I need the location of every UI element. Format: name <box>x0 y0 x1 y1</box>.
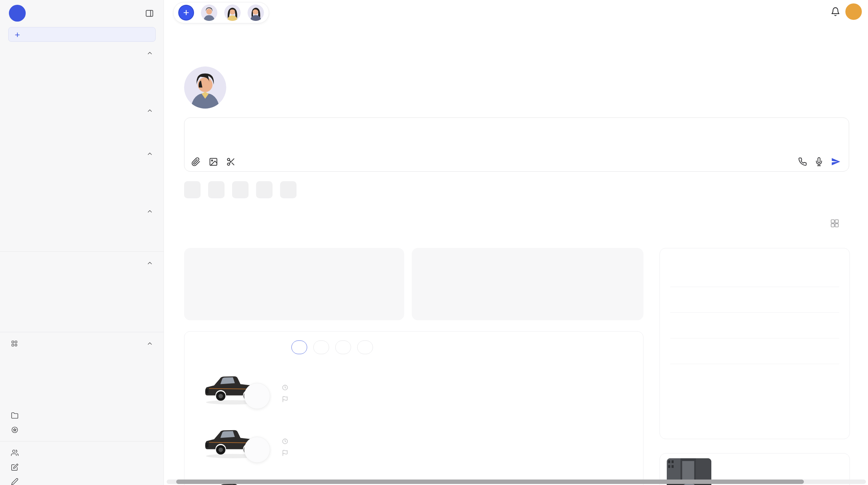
sidebar-item[interactable] <box>0 75 164 89</box>
microphone-icon[interactable] <box>815 157 823 166</box>
apps-grid-icon <box>11 340 18 347</box>
schedule-event <box>670 347 839 364</box>
chevron-up-icon[interactable] <box>146 107 153 114</box>
folder-icon <box>11 412 19 419</box>
project-row[interactable] <box>184 422 643 476</box>
chevron-up-icon[interactable] <box>146 50 153 57</box>
project-owner-badge <box>244 437 270 463</box>
project-owner-badge <box>244 383 270 409</box>
attachment-icon[interactable] <box>191 157 201 166</box>
stat-in-progress <box>417 261 472 269</box>
tab-model-year[interactable] <box>335 340 351 354</box>
pen-icon <box>11 478 19 485</box>
horizontal-scrollbar-track <box>167 480 866 484</box>
sidebar-item[interactable] <box>0 60 164 75</box>
suggestion-chip[interactable] <box>184 181 201 198</box>
sidebar-item-ai-super-staff[interactable] <box>0 446 164 460</box>
stat-ai-pre-review <box>472 261 528 269</box>
sidebar-item[interactable] <box>0 118 164 132</box>
chevron-up-icon[interactable] <box>146 340 153 347</box>
sidebar-item[interactable] <box>0 233 164 247</box>
teammate-avatar[interactable] <box>224 4 241 21</box>
tab-new-platform[interactable] <box>291 340 307 354</box>
quick-access-bar: + <box>173 2 269 23</box>
daily-brief-header <box>184 216 849 230</box>
scissors-icon[interactable] <box>226 157 236 166</box>
section-header-recent[interactable] <box>0 256 164 270</box>
sidebar-item[interactable] <box>0 175 164 190</box>
sidebar-header <box>0 0 164 22</box>
sidebar-collapse-icon[interactable] <box>145 9 154 18</box>
people-icon <box>11 449 19 457</box>
horizontal-scrollbar-thumb[interactable] <box>176 480 804 484</box>
composer-left-tools <box>191 157 236 166</box>
tab-powertrain[interactable] <box>357 340 373 354</box>
section-header-my-todo[interactable] <box>0 103 164 118</box>
section-header-my-review[interactable] <box>0 204 164 219</box>
clock-icon <box>282 384 288 391</box>
schedule-event <box>670 270 839 287</box>
assistant-avatar <box>184 66 226 109</box>
project-date-range <box>282 438 292 445</box>
app-item-change-mgmt[interactable] <box>0 380 164 394</box>
suggestion-chip[interactable] <box>280 181 297 198</box>
project-milestone-flag <box>282 450 292 456</box>
section-header-my-apps[interactable] <box>0 336 164 351</box>
recent-conversation[interactable] <box>0 270 164 285</box>
chevron-up-icon[interactable] <box>146 208 153 215</box>
chevron-up-icon[interactable] <box>146 150 153 157</box>
plus-icon: + <box>15 30 20 39</box>
divider <box>670 312 839 313</box>
stat-my-todo <box>294 261 347 269</box>
flag-icon <box>282 396 288 402</box>
notification-bell-icon[interactable] <box>831 7 840 16</box>
my-review-card <box>412 248 643 320</box>
sidebar-item[interactable] <box>0 89 164 103</box>
phone-icon[interactable] <box>798 157 807 166</box>
send-icon[interactable] <box>831 157 841 166</box>
sidebar-item-favorites[interactable] <box>0 423 164 437</box>
stat-overdue <box>528 261 583 269</box>
sidebar-item[interactable] <box>0 161 164 175</box>
flag-icon <box>282 450 288 456</box>
user-avatar[interactable] <box>845 3 862 20</box>
star-badge-icon <box>11 426 19 434</box>
main-column <box>184 248 643 485</box>
chevron-up-icon[interactable] <box>146 260 153 266</box>
project-row[interactable] <box>184 369 643 422</box>
sidebar-item-creative-drawing[interactable] <box>0 474 164 485</box>
sidebar-item-cloud-space[interactable] <box>0 408 164 423</box>
sidebar-item[interactable] <box>0 132 164 147</box>
teammate-avatar[interactable] <box>248 4 264 21</box>
stat-overdue <box>347 261 399 269</box>
suggestion-chip[interactable] <box>256 181 273 198</box>
tab-new-body[interactable] <box>313 340 329 354</box>
teammate-avatar[interactable] <box>201 4 217 21</box>
section-header-agent-done[interactable] <box>0 46 164 60</box>
image-icon[interactable] <box>209 157 218 166</box>
stat-new-completed <box>190 261 242 269</box>
chat-input-box[interactable] <box>184 117 849 172</box>
app-logo <box>9 5 26 22</box>
suggestion-chip[interactable] <box>232 181 249 198</box>
app-item-project-mgmt[interactable] <box>0 351 164 365</box>
sidebar-item-help-me-write[interactable] <box>0 460 164 474</box>
recent-conversation[interactable] <box>0 285 164 299</box>
layout-grid-icon[interactable] <box>830 219 840 228</box>
view-all-recent[interactable] <box>0 313 164 328</box>
section-header-ai-review[interactable] <box>0 147 164 161</box>
assistant-greeting-block <box>184 66 239 109</box>
suggestion-chips <box>184 181 849 198</box>
dashboard-tabs <box>291 340 373 354</box>
stat-pending-review <box>583 261 638 269</box>
app-item-product-mgmt[interactable] <box>0 365 164 380</box>
recent-conversation[interactable] <box>0 299 164 313</box>
sidebar-item[interactable] <box>0 219 164 233</box>
suggestion-chip[interactable] <box>208 181 225 198</box>
new-chat-button[interactable]: + <box>8 27 156 42</box>
write-icon <box>11 463 19 471</box>
view-all-apps[interactable] <box>0 394 164 408</box>
sidebar-item[interactable] <box>0 190 164 204</box>
card-title <box>184 248 404 256</box>
add-conversation-button[interactable]: + <box>178 5 194 21</box>
